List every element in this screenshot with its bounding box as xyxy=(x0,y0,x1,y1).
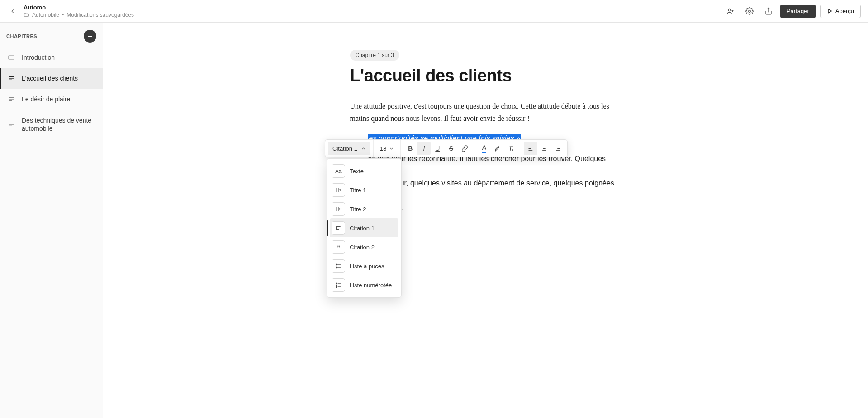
quote2-icon xyxy=(332,240,345,254)
document-title[interactable]: Automo … xyxy=(24,4,134,11)
gear-icon xyxy=(745,7,754,15)
svg-point-28 xyxy=(336,264,337,264)
svg-point-32 xyxy=(336,267,337,268)
bold-button[interactable]: B xyxy=(403,142,417,155)
style-option-citation1[interactable]: Citation 1 xyxy=(330,218,398,238)
heading1-icon: H1 xyxy=(332,183,345,197)
settings-button[interactable] xyxy=(742,4,757,19)
preview-button[interactable]: Aperçu xyxy=(820,5,861,18)
lines-icon xyxy=(7,75,15,82)
svg-marker-3 xyxy=(828,9,832,13)
sidebar-item-label: Introduction xyxy=(22,53,55,62)
align-right-icon xyxy=(555,145,561,152)
chevron-up-icon xyxy=(361,146,366,151)
text-style-icon: Aa xyxy=(332,164,345,178)
lines-icon xyxy=(7,95,15,103)
highlight-color-button[interactable] xyxy=(491,142,504,155)
align-center-icon xyxy=(541,145,548,152)
align-center-button[interactable] xyxy=(537,142,551,155)
sidebar-title: CHAPITRES xyxy=(6,33,37,39)
style-option-heading2[interactable]: H2 Titre 2 xyxy=(330,200,398,218)
sidebar-item-introduction[interactable]: Introduction xyxy=(0,47,103,68)
text-style-dropdown[interactable]: Citation 1 xyxy=(328,142,370,155)
sidebar-item-label: L'accueil des clients xyxy=(22,74,78,82)
chapter-badge: Chapitre 1 sur 3 xyxy=(350,50,399,61)
folder-icon xyxy=(24,12,29,18)
lines-icon xyxy=(7,121,15,128)
svg-point-1 xyxy=(749,10,751,12)
clear-formatting-button[interactable] xyxy=(504,142,518,155)
heading2-icon: H2 xyxy=(332,202,345,216)
style-option-text[interactable]: Aa Texte xyxy=(330,162,398,180)
style-option-numbered-list[interactable]: Liste numérotée xyxy=(330,276,398,294)
align-left-button[interactable] xyxy=(524,142,537,155)
strikethrough-button[interactable]: S xyxy=(444,142,458,155)
style-option-heading1[interactable]: H1 Titre 1 xyxy=(330,180,398,200)
link-button[interactable] xyxy=(458,142,471,155)
chapter-list: Introduction L'accueil des clients Le dé… xyxy=(0,47,103,139)
card-icon xyxy=(7,54,15,61)
play-icon xyxy=(827,8,833,14)
svg-point-0 xyxy=(728,9,730,11)
share-button[interactable]: Partager xyxy=(780,5,816,18)
sidebar-item-techniques-vente[interactable]: Des techniques de vente automobile xyxy=(0,110,103,139)
breadcrumb-folder[interactable]: Automobile xyxy=(32,12,59,18)
align-right-button[interactable] xyxy=(551,142,564,155)
save-status: Modifications sauvegardées xyxy=(66,12,134,18)
numbered-list-icon xyxy=(332,278,345,292)
text-color-button[interactable]: A xyxy=(477,142,491,155)
svg-rect-4 xyxy=(9,56,14,59)
sidebar-item-label: Le désir de plaire xyxy=(22,95,70,103)
export-icon xyxy=(764,7,773,15)
sidebar-item-desir-plaire[interactable]: Le désir de plaire xyxy=(0,89,103,109)
bullet-list-icon xyxy=(332,259,345,273)
paragraph[interactable]: Une attitude positive, c'est toujours un… xyxy=(350,100,621,124)
user-plus-icon xyxy=(726,7,735,15)
chevron-down-icon xyxy=(389,146,394,151)
italic-button[interactable]: I xyxy=(417,142,431,155)
clear-format-icon xyxy=(508,145,515,152)
sidebar-item-accueil-clients[interactable]: L'accueil des clients xyxy=(0,68,103,89)
text-style-menu: Aa Texte H1 Titre 1 H2 Titre 2 Citation … xyxy=(327,158,402,298)
formatting-toolbar: Citation 1 18 B I U S A xyxy=(325,139,568,157)
quote1-icon xyxy=(332,221,345,235)
chapters-sidebar: CHAPITRES + Introduction L'accueil des c… xyxy=(0,23,103,418)
highlighter-icon xyxy=(494,145,501,152)
link-icon xyxy=(461,145,468,152)
add-chapter-button[interactable]: + xyxy=(84,30,96,43)
align-left-icon xyxy=(527,145,534,152)
page-title[interactable]: L'accueil des clients xyxy=(350,66,621,86)
style-option-citation2[interactable]: Citation 2 xyxy=(330,238,398,256)
font-size-dropdown[interactable]: 18 xyxy=(376,145,398,152)
style-option-bullet-list[interactable]: Liste à puces xyxy=(330,256,398,276)
breadcrumb: Automobile • Modifications sauvegardées xyxy=(24,12,134,18)
back-button[interactable] xyxy=(7,6,18,17)
topbar: Automo … Automobile • Modifications sauv… xyxy=(0,0,868,23)
svg-point-30 xyxy=(336,266,337,266)
export-button[interactable] xyxy=(761,4,776,19)
sidebar-item-label: Des techniques de vente automobile xyxy=(22,116,95,133)
invite-user-button[interactable] xyxy=(723,4,738,19)
underline-button[interactable]: U xyxy=(431,142,444,155)
editor-main: Chapitre 1 sur 3 L'accueil des clients U… xyxy=(103,23,868,418)
